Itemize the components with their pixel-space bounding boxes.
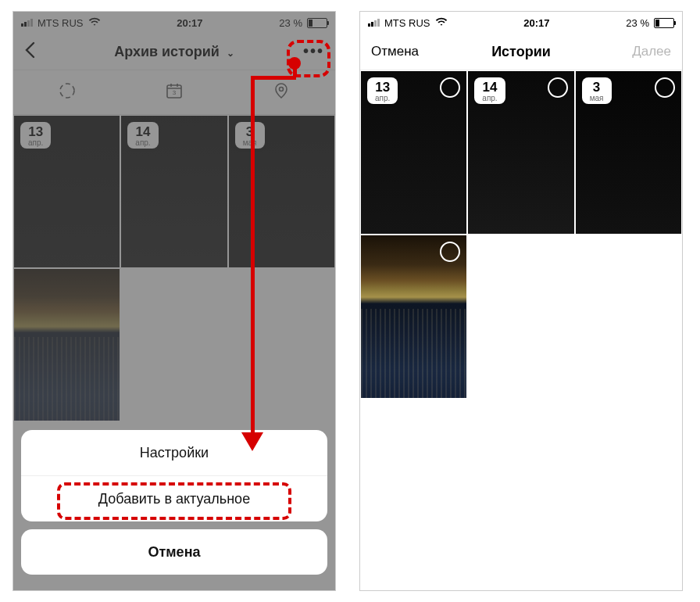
action-cancel-label: Отмена xyxy=(148,544,200,561)
clock: 20:17 xyxy=(523,17,549,29)
story-tile[interactable]: 3 мая xyxy=(575,70,682,235)
select-ring-icon[interactable] xyxy=(655,77,675,98)
action-settings[interactable]: Настройки xyxy=(21,430,327,475)
story-tile[interactable]: 13 апр. xyxy=(360,70,467,235)
select-ring-icon[interactable] xyxy=(440,242,460,262)
cancel-button-label: Отмена xyxy=(371,44,419,59)
carrier-label: MTS RUS xyxy=(384,17,430,29)
date-day: 14 xyxy=(482,81,497,95)
stories-select-grid: 13 апр. 14 апр. 3 мая xyxy=(360,70,682,399)
action-settings-label: Настройки xyxy=(140,445,209,461)
wifi-icon xyxy=(435,17,448,29)
stories-title-text: Истории xyxy=(491,44,551,59)
phone-right: MTS RUS 20:17 23 % Отмена Истории Далее … xyxy=(359,11,683,591)
select-ring-icon[interactable] xyxy=(548,77,568,98)
date-day: 3 xyxy=(590,81,604,95)
date-badge: 14 апр. xyxy=(474,77,505,104)
phone-left: MTS RUS 20:17 23 % Архив историй ⌄ ••• xyxy=(12,11,336,591)
date-month: апр. xyxy=(482,95,497,103)
nav-header: Отмена Истории Далее xyxy=(360,34,682,70)
cancel-button[interactable]: Отмена xyxy=(371,44,419,59)
story-tile-empty xyxy=(575,235,682,399)
next-button-label: Далее xyxy=(632,44,671,59)
date-month: апр. xyxy=(375,95,390,103)
battery-icon xyxy=(654,18,674,28)
story-tile-empty xyxy=(467,235,574,399)
next-button[interactable]: Далее xyxy=(632,44,671,59)
story-tile[interactable]: 14 апр. xyxy=(467,70,574,235)
signal-icon xyxy=(368,19,380,27)
battery-percent: 23 % xyxy=(626,17,649,29)
date-badge: 3 мая xyxy=(582,77,612,104)
action-cancel[interactable]: Отмена xyxy=(21,529,327,575)
status-bar: MTS RUS 20:17 23 % xyxy=(360,12,682,34)
action-sheet-cancel-group: Отмена xyxy=(21,529,327,575)
date-badge: 13 апр. xyxy=(367,77,398,104)
date-day: 13 xyxy=(375,81,390,95)
date-month: мая xyxy=(590,95,604,103)
story-tile[interactable] xyxy=(360,235,467,399)
select-ring-icon[interactable] xyxy=(440,77,460,98)
annotation-highlight-more-button xyxy=(287,40,330,77)
annotation-highlight-add-option xyxy=(57,482,291,520)
